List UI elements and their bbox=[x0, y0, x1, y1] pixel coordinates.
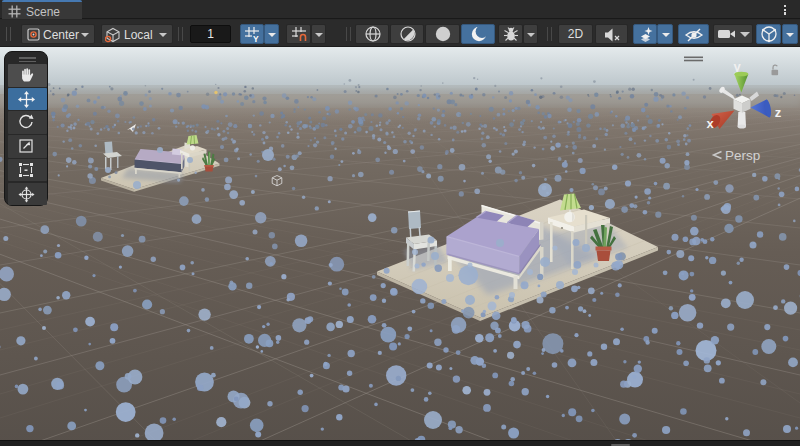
svg-text:y: y bbox=[733, 59, 741, 74]
svg-text:Y: Y bbox=[253, 34, 259, 43]
svg-text:Persp: Persp bbox=[725, 148, 760, 163]
svg-text:x: x bbox=[706, 116, 714, 131]
svg-text:z: z bbox=[775, 105, 782, 120]
